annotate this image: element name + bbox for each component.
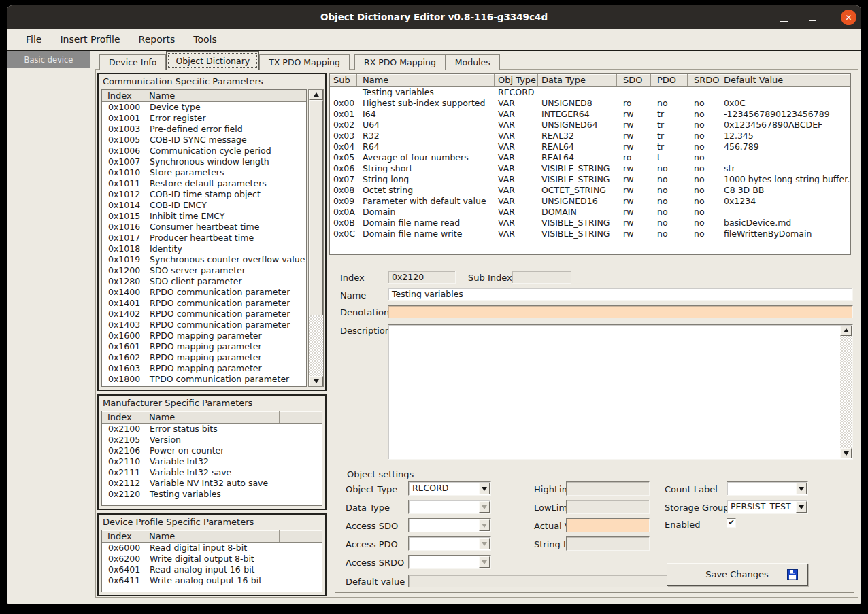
table-row[interactable]: 0x06 String short VAR VISIBLE_STRING rw … — [330, 163, 850, 174]
list-item[interactable]: 0x2105 Version — [102, 434, 322, 445]
sub-index-field[interactable] — [512, 271, 571, 284]
enabled-checkbox[interactable]: ✔ — [727, 518, 736, 528]
table-row[interactable]: Testing variables RECORD — [330, 87, 850, 98]
table-row[interactable]: 0x04 R64 VAR REAL64 rw tr no 456.789 — [330, 141, 850, 152]
description-scrollbar[interactable] — [840, 326, 852, 458]
list-item[interactable]: 0x1001 Error register — [102, 113, 306, 124]
table-row[interactable]: 0x05 Average of four numbers VAR REAL64 … — [330, 152, 850, 163]
list-item[interactable]: 0x2100 Error status bits — [102, 424, 322, 434]
list-item[interactable]: 0x1014 COB-ID EMCY — [102, 200, 306, 211]
index-field[interactable]: 0x2120 — [388, 271, 456, 284]
list-item[interactable]: 0x1280 SDO client parameter — [102, 276, 306, 287]
list-item[interactable]: 0x1011 Restore default parameters — [102, 178, 306, 189]
list-item[interactable]: 0x1005 COB-ID SYNC message — [102, 135, 306, 146]
maximize-icon[interactable] — [809, 14, 816, 21]
tab-modules[interactable]: Modules — [446, 54, 500, 70]
list-item[interactable]: 0x1603 RPDO mapping parameter — [102, 363, 306, 374]
tab-device-info[interactable]: Device Info — [99, 54, 166, 70]
column-header-name[interactable]: Name — [139, 530, 280, 542]
access-pdo-select[interactable] — [408, 536, 491, 551]
access-sdo-select[interactable] — [408, 518, 491, 532]
string-len-min-field[interactable] — [566, 536, 650, 551]
column-header-data-type[interactable]: Data Type — [538, 74, 617, 86]
list-item[interactable]: 0x6200 Write digital output 8-bit — [102, 553, 322, 564]
list-item[interactable]: 0x2110 Variable Int32 — [102, 456, 322, 467]
table-row[interactable]: 0x0A Domain VAR DOMAIN rw no no — [330, 207, 850, 218]
table-row[interactable]: 0x0C Domain file name write VAR VISIBLE_… — [330, 228, 850, 239]
chevron-down-icon[interactable] — [796, 501, 807, 513]
menu-item[interactable]: File — [26, 34, 41, 45]
column-header-name[interactable]: Name — [139, 90, 288, 101]
table-row[interactable]: 0x08 Octet string VAR OCTET_STRING rw no… — [330, 185, 850, 196]
description-field[interactable] — [388, 324, 853, 460]
data-type-select[interactable] — [408, 500, 491, 514]
minimize-icon[interactable] — [780, 21, 788, 22]
list-item[interactable]: 0x6000 Read digital input 8-bit — [102, 543, 322, 553]
count-label-select[interactable] — [727, 481, 808, 496]
column-header-srdo[interactable]: SRDO — [688, 74, 720, 86]
column-header-index[interactable]: Index — [102, 411, 139, 423]
table-row[interactable]: 0x07 String long VAR VISIBLE_STRING rw n… — [330, 174, 850, 185]
scrollbar-thumb[interactable] — [309, 100, 323, 315]
list-item[interactable]: 0x2112 Variable NV Int32 auto save — [102, 478, 322, 489]
list-item[interactable]: 0x1403 RPDO communication parameter — [102, 320, 306, 330]
menu-item[interactable]: Insert Profile — [60, 34, 120, 45]
list-item[interactable]: 0x1010 Store parameters — [102, 167, 306, 178]
tab-object-dictionary[interactable]: Object Dictionary — [166, 51, 259, 70]
column-header-name[interactable]: Name — [357, 74, 495, 86]
list-item[interactable]: 0x1018 Identity — [102, 243, 306, 254]
list-item[interactable]: 0x1601 RPDO mapping parameter — [102, 341, 306, 352]
low-limit-field[interactable] — [566, 500, 650, 514]
high-limit-field[interactable] — [566, 481, 650, 496]
sidebar-item-basic-device[interactable]: Basic device — [7, 51, 90, 68]
list-item[interactable]: 0x1400 RPDO communication parameter — [102, 287, 306, 298]
column-header-obj-type[interactable]: Obj Type — [495, 74, 538, 86]
list-item[interactable]: 0x1000 Device type — [102, 102, 306, 113]
list-item[interactable]: 0x1200 SDO server parameter — [102, 265, 306, 276]
storage-group-select[interactable]: PERSIST_TEST — [727, 500, 808, 514]
list-item[interactable]: 0x1401 RPDO communication parameter — [102, 298, 306, 309]
close-icon[interactable]: ✕ — [841, 10, 856, 25]
list-item[interactable]: 0x1019 Synchronous counter overflow valu… — [102, 254, 306, 265]
list-item[interactable]: 0x1012 COB-ID time stamp object — [102, 189, 306, 200]
scroll-down-icon[interactable] — [309, 376, 323, 386]
list-item[interactable]: 0x1006 Communication cycle period — [102, 146, 306, 156]
scroll-up-icon[interactable] — [309, 90, 323, 100]
column-header-name[interactable]: Name — [139, 411, 280, 423]
access-srdo-select[interactable] — [408, 555, 491, 569]
table-row[interactable]: 0x0B Domain file name read VAR VISIBLE_S… — [330, 218, 850, 228]
list-item[interactable]: 0x6411 Write analog output 16-bit — [102, 575, 322, 586]
table-row[interactable]: 0x02 U64 VAR UNSIGNED64 rw tr no 0x12345… — [330, 120, 850, 131]
chevron-down-icon[interactable] — [479, 483, 490, 494]
denotation-field[interactable] — [388, 305, 853, 318]
list-item[interactable]: 0x6401 Read analog input 16-bit — [102, 564, 322, 575]
menu-item[interactable]: Tools — [193, 34, 217, 45]
chevron-down-icon[interactable] — [796, 483, 807, 494]
name-field[interactable]: Testing variables — [388, 288, 853, 301]
actual-value-field[interactable] — [566, 518, 650, 532]
scroll-down-icon[interactable] — [840, 448, 852, 458]
save-changes-button[interactable]: Save Changes — [667, 563, 807, 585]
list-item[interactable]: 0x1017 Producer heartbeat time — [102, 233, 306, 243]
list-item[interactable]: 0x1600 RPDO mapping parameter — [102, 330, 306, 341]
column-header-index[interactable]: Index — [102, 90, 139, 101]
list-item[interactable]: 0x1800 TPDO communication parameter — [102, 374, 306, 385]
column-header-pdo[interactable]: PDO — [651, 74, 688, 86]
list-item[interactable]: 0x1007 Synchronous window length — [102, 156, 306, 167]
list-item[interactable]: 0x1015 Inhibit time EMCY — [102, 211, 306, 222]
tab-rx-pdo-mapping[interactable]: RX PDO Mapping — [354, 54, 446, 70]
list-item[interactable]: 0x1016 Consumer heartbeat time — [102, 222, 306, 233]
scroll-up-icon[interactable] — [840, 326, 852, 336]
table-row[interactable]: 0x01 I64 VAR INTEGER64 rw tr no -1234567… — [330, 109, 850, 120]
table-row[interactable]: 0x00 Highest sub-index supported VAR UNS… — [330, 98, 850, 109]
table-row[interactable]: 0x03 R32 VAR REAL32 rw tr no 12.345 — [330, 131, 850, 141]
column-header-sdo[interactable]: SDO — [617, 74, 651, 86]
list-item[interactable]: 0x2120 Testing variables — [102, 489, 322, 500]
list-item[interactable]: 0x2111 Variable Int32 save — [102, 467, 322, 478]
list-item[interactable]: 0x2106 Power-on counter — [102, 445, 322, 456]
communication-params-scrollbar[interactable] — [308, 89, 324, 387]
column-header-index[interactable]: Index — [102, 530, 139, 542]
table-row[interactable]: 0x09 Parameter with default value VAR UN… — [330, 196, 850, 207]
column-header-sub[interactable]: Sub — [330, 74, 357, 86]
object-type-select[interactable]: RECORD — [408, 481, 491, 496]
